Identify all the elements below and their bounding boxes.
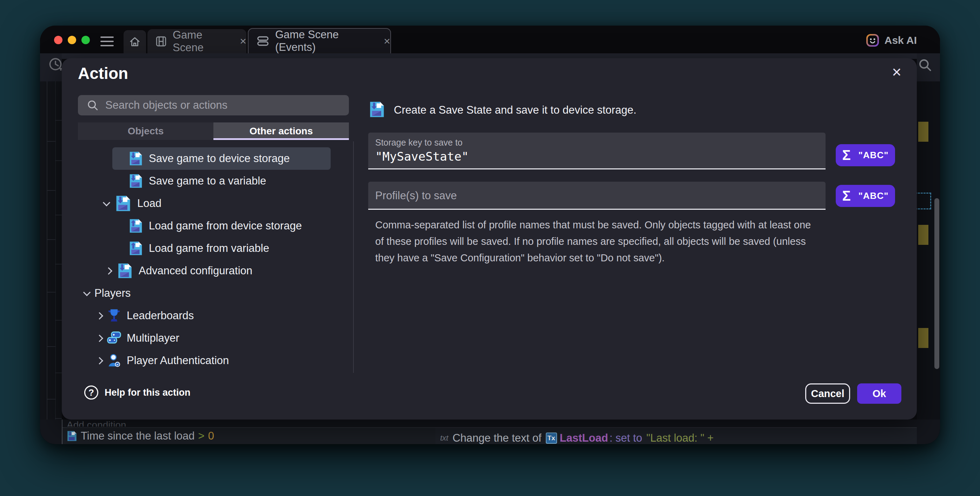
- events-sheet-left-edge: [40, 81, 62, 420]
- tree-group-load[interactable]: Load: [78, 193, 340, 214]
- tree-item-label: Load game from device storage: [149, 220, 302, 232]
- object-name: LastLoad: [560, 432, 608, 444]
- tree-item-label: Multiplayer: [127, 332, 179, 344]
- field-value[interactable]: "MySaveState": [375, 149, 469, 163]
- condition-value: 0: [208, 430, 214, 442]
- chevron-right-icon[interactable]: [96, 334, 103, 342]
- storage-key-field[interactable]: Storage key to save to "MySaveState": [368, 133, 826, 170]
- minimize-window-button[interactable]: [68, 36, 76, 44]
- ask-ai-button[interactable]: Ask AI: [865, 33, 917, 48]
- app-window: Game Scene × Game Scene (Events) ×: [40, 25, 940, 444]
- field-help-text: Comma-separated list of profile names th…: [375, 217, 812, 266]
- chevron-right-icon[interactable]: [96, 312, 103, 319]
- event-color-bar: [918, 122, 928, 142]
- close-tab-icon[interactable]: ×: [240, 35, 247, 48]
- scene-icon: [155, 35, 167, 48]
- events-scrollbar[interactable]: [934, 198, 939, 369]
- chevron-down-icon[interactable]: [103, 199, 110, 206]
- tab-game-scene-events[interactable]: Game Scene (Events) ×: [248, 28, 391, 53]
- close-window-button[interactable]: [54, 36, 62, 44]
- string-type-label: "ABC": [859, 190, 889, 201]
- event-color-bar: [918, 328, 928, 348]
- tree-item-label: Load: [137, 197, 161, 210]
- txt-prefix: txt: [440, 434, 448, 443]
- save-icon: [368, 100, 386, 120]
- tree-item-save-game-to-device-storage[interactable]: Save game to device storage: [78, 148, 340, 169]
- tree-item-label: Player Authentication: [127, 354, 229, 367]
- zoom-window-button[interactable]: [81, 36, 90, 44]
- string-type-label: "ABC": [859, 150, 889, 161]
- tab-home[interactable]: [124, 30, 146, 53]
- action-text: Change the text of: [452, 432, 541, 444]
- load-icon: [128, 240, 144, 257]
- tree-item-save-game-to-a-variable[interactable]: Save game to a variable: [78, 171, 340, 191]
- gamepad-icon: [107, 330, 122, 346]
- close-dialog-icon[interactable]: ×: [892, 62, 901, 81]
- tree-item-load-game-from-variable[interactable]: Load game from variable: [78, 238, 340, 258]
- search-input[interactable]: [105, 99, 343, 111]
- action-description: Create a Save State and save it to devic…: [394, 104, 636, 116]
- desktop-background: { "header": { "ask_ai_label": "Ask AI", …: [0, 0, 980, 496]
- tree-group-player-authentication[interactable]: Player Authentication: [78, 350, 340, 371]
- panel-divider: [353, 141, 354, 373]
- dialog-tabs: Objects Other actions: [78, 122, 349, 140]
- ai-smiley-icon: [865, 33, 880, 48]
- help-for-this-action-link[interactable]: ? Help for this action: [84, 385, 191, 399]
- tree-category-players[interactable]: Players: [78, 283, 340, 303]
- chevron-right-icon[interactable]: [96, 357, 103, 364]
- search-box[interactable]: [78, 95, 349, 116]
- help-link-label: Help for this action: [105, 387, 191, 398]
- person-icon: [107, 353, 122, 368]
- tree-item-label: Leaderboards: [127, 309, 194, 322]
- drop-target-outline: [915, 193, 931, 209]
- menu-icon[interactable]: [100, 36, 114, 47]
- tree-item-label: Advanced configuration: [138, 265, 252, 277]
- tree-item-label: Load game from variable: [149, 242, 269, 255]
- tab-game-scene[interactable]: Game Scene ×: [148, 29, 247, 53]
- sigma-icon: Σ: [842, 147, 851, 163]
- tree-group-multiplayer[interactable]: Multiplayer: [78, 328, 340, 348]
- actions-column: txt Change the text of Tx LastLoad : set…: [435, 427, 917, 444]
- set-to-text: : set to: [609, 432, 642, 444]
- tab-label: Game Scene: [173, 29, 232, 54]
- string-value: "Last load: " +: [646, 432, 714, 444]
- tree-group-leaderboards[interactable]: Leaderboards: [78, 306, 340, 326]
- help-icon: ?: [84, 385, 98, 399]
- ok-button[interactable]: Ok: [857, 383, 901, 404]
- search-icon: [86, 99, 99, 111]
- history-clock-icon[interactable]: [48, 57, 63, 73]
- field-label: Storage key to save to: [375, 138, 463, 148]
- save-icon: [114, 194, 132, 212]
- text-object-icon: Tx: [546, 433, 557, 444]
- ask-ai-label: Ask AI: [885, 34, 917, 46]
- chevron-down-icon[interactable]: [83, 289, 91, 296]
- tree-item-load-game-from-device-storage[interactable]: Load game from device storage: [78, 216, 340, 236]
- tree-item-label: Save game to a variable: [149, 175, 266, 187]
- tab-other-actions[interactable]: Other actions: [213, 122, 349, 140]
- cancel-button[interactable]: Cancel: [805, 383, 850, 404]
- tree-group-advanced-configuration[interactable]: Advanced configuration: [78, 261, 340, 281]
- tree-item-label: Save game to device storage: [149, 152, 290, 165]
- add-condition-link[interactable]: Add condition: [67, 420, 126, 426]
- trophy-icon: [107, 308, 122, 323]
- action-dialog: Action × Objects Other actions Save game…: [62, 58, 917, 420]
- home-icon: [129, 36, 141, 48]
- save-icon: [128, 173, 144, 189]
- chevron-right-icon[interactable]: [105, 267, 112, 274]
- sigma-icon: Σ: [842, 188, 851, 204]
- condition-row[interactable]: Time since the last load > 0: [62, 427, 435, 444]
- close-tab-icon[interactable]: ×: [383, 35, 390, 48]
- search-events-icon[interactable]: [918, 57, 932, 74]
- event-color-bar: [918, 225, 928, 245]
- tab-label: Game Scene (Events): [275, 29, 376, 54]
- events-sheet-icon: [256, 34, 270, 48]
- dialog-title: Action: [78, 64, 128, 83]
- events-sheet-bottom: Add condition Time since the last load >…: [40, 420, 940, 444]
- profiles-field[interactable]: Profile(s) to save: [368, 182, 826, 210]
- events-sheet-right-edge: [917, 81, 940, 420]
- tab-objects[interactable]: Objects: [78, 122, 213, 140]
- expression-editor-button[interactable]: Σ "ABC": [836, 144, 895, 166]
- action-row[interactable]: txt Change the text of Tx LastLoad : set…: [440, 431, 917, 444]
- load-icon: [128, 218, 144, 234]
- expression-editor-button[interactable]: Σ "ABC": [836, 185, 895, 207]
